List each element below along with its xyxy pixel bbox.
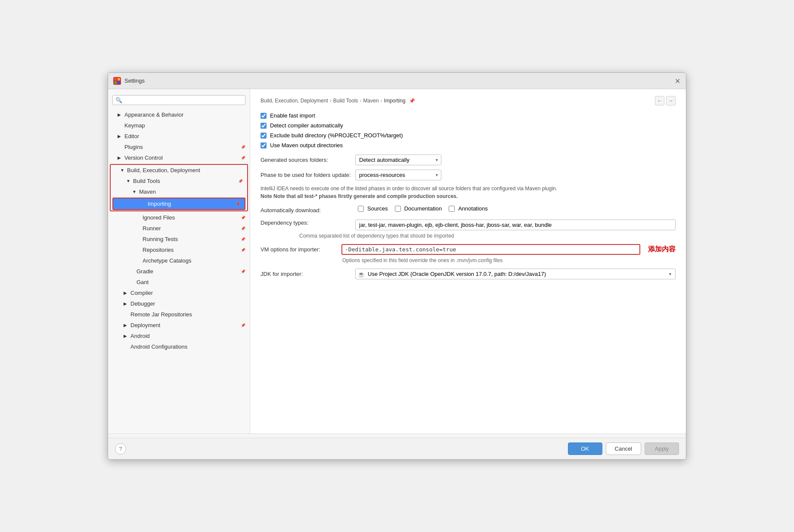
sidebar-item-repositories[interactable]: Repositories 📌 xyxy=(108,244,250,255)
checkbox-fast-import-row: Enable fast import xyxy=(261,112,676,119)
checkbox-fast-import-label: Enable fast import xyxy=(270,112,315,119)
info-text: IntelliJ IDEA needs to execute one of th… xyxy=(261,185,676,200)
phase-select[interactable]: process-resources xyxy=(355,170,441,180)
nav-arrows: ← → xyxy=(655,96,676,105)
dep-types-input[interactable] xyxy=(355,220,676,230)
sidebar-item-editor[interactable]: ▶ Editor xyxy=(108,131,250,142)
sidebar-item-debugger[interactable]: ▶ Debugger xyxy=(108,298,250,309)
dep-types-label: Dependency types: xyxy=(261,220,351,226)
breadcrumb-sep: › xyxy=(360,98,362,104)
search-input[interactable] xyxy=(124,97,242,103)
auto-download-row: Automatically download: Sources Document… xyxy=(261,205,676,215)
sidebar: 🔍 ▶ Appearance & Behavior Keymap ▶ Edito… xyxy=(108,89,250,433)
breadcrumb-part3[interactable]: Maven xyxy=(363,98,379,104)
pin-icon: 📌 xyxy=(241,156,245,160)
sidebar-item-ignored-files[interactable]: Ignored Files 📌 xyxy=(108,212,250,223)
documentation-checkbox[interactable] xyxy=(395,206,401,212)
sidebar-item-android[interactable]: ▶ Android xyxy=(108,331,250,341)
sources-label: Sources xyxy=(367,205,388,212)
expand-arrow-icon: ▶ xyxy=(118,155,123,160)
search-box: 🔍 xyxy=(108,93,250,108)
expand-arrow-icon: ▶ xyxy=(124,291,129,295)
sidebar-item-deployment[interactable]: ▶ Deployment 📌 xyxy=(108,320,250,331)
settings-dialog: Settings ✕ 🔍 ▶ Appearance & Behavior Key… xyxy=(108,72,686,460)
svg-rect-3 xyxy=(118,81,120,84)
vm-options-wrapper: VM options for importer: 添加内容 xyxy=(261,244,676,255)
pin-icon: 📌 xyxy=(238,179,243,183)
sidebar-item-archetype-catalogs[interactable]: Archetype Catalogs xyxy=(108,255,250,266)
dialog-content: 🔍 ▶ Appearance & Behavior Keymap ▶ Edito… xyxy=(108,89,686,433)
sidebar-item-label: Keymap xyxy=(124,122,245,129)
generated-sources-select[interactable]: Detect automatically xyxy=(355,155,441,165)
sidebar-item-maven[interactable]: ▼ Maven xyxy=(111,186,247,197)
sidebar-item-label: Gradle xyxy=(136,268,237,275)
sidebar-item-label: Runner xyxy=(143,225,237,232)
breadcrumb-part2[interactable]: Build Tools xyxy=(333,98,358,104)
checkbox-fast-import[interactable] xyxy=(261,113,267,119)
vm-options-hint: Options specified in this field override… xyxy=(261,257,676,263)
ok-button[interactable]: OK xyxy=(568,442,602,455)
sidebar-item-remote-jar[interactable]: Remote Jar Repositories xyxy=(108,309,250,320)
sidebar-item-running-tests[interactable]: Running Tests 📌 xyxy=(108,234,250,244)
sidebar-item-label: Build Tools xyxy=(133,178,235,184)
scrollbar[interactable] xyxy=(108,433,686,438)
checkbox-detect-compiler[interactable] xyxy=(261,123,267,129)
info-text-content: IntelliJ IDEA needs to execute one of th… xyxy=(261,186,557,192)
checkbox-detect-compiler-row: Detect compiler automatically xyxy=(261,122,676,129)
vm-options-input[interactable] xyxy=(345,246,637,253)
sidebar-item-label: Remote Jar Repositories xyxy=(130,311,245,318)
breadcrumb-sep: › xyxy=(330,98,332,104)
annotations-checkbox[interactable] xyxy=(449,206,455,212)
sidebar-item-compiler[interactable]: ▶ Compiler xyxy=(108,288,250,298)
checkbox-maven-output-label: Use Maven output directories xyxy=(270,142,343,148)
breadcrumb-current: Importing xyxy=(384,98,406,104)
annotations-checkbox-row: Annotations xyxy=(449,205,488,212)
sidebar-item-android-config[interactable]: Android Configurations xyxy=(108,341,250,352)
sources-checkbox[interactable] xyxy=(358,206,364,212)
sidebar-item-gant[interactable]: Gant xyxy=(108,277,250,288)
sidebar-item-version-control[interactable]: ▶ Version Control 📌 xyxy=(108,152,250,163)
checkbox-exclude-build[interactable] xyxy=(261,133,267,139)
sidebar-item-label: Editor xyxy=(124,133,245,139)
sidebar-item-label: Appearance & Behavior xyxy=(124,111,245,118)
sidebar-item-plugins[interactable]: Plugins 📌 xyxy=(108,142,250,152)
info-note: Note Note that all test-* phases firstly… xyxy=(261,193,458,199)
breadcrumb-part1[interactable]: Build, Execution, Deployment xyxy=(261,98,328,104)
phase-select-wrap: process-resources xyxy=(355,170,441,180)
sidebar-item-runner[interactable]: Runner 📌 xyxy=(108,223,250,234)
search-wrap[interactable]: 🔍 xyxy=(112,95,245,105)
main-panel: Build, Execution, Deployment › Build Too… xyxy=(250,89,686,433)
documentation-checkbox-row: Documentation xyxy=(395,205,442,212)
app-icon xyxy=(113,77,121,85)
generated-sources-label: Generated sources folders: xyxy=(261,157,351,163)
sidebar-item-keymap[interactable]: Keymap xyxy=(108,120,250,131)
checkbox-maven-output[interactable] xyxy=(261,142,267,148)
annotations-label: Annotations xyxy=(458,205,488,212)
pin-icon: 📌 xyxy=(241,269,245,274)
sidebar-item-build-tools[interactable]: ▼ Build Tools 📌 xyxy=(111,176,247,186)
sidebar-item-importing[interactable]: Importing 📌 xyxy=(113,198,245,209)
forward-button[interactable]: → xyxy=(666,96,676,105)
cancel-button[interactable]: Cancel xyxy=(606,442,641,455)
svg-rect-0 xyxy=(114,78,117,80)
sources-checkbox-row: Sources xyxy=(358,205,388,212)
pin-icon: 📌 xyxy=(241,216,245,220)
help-button[interactable]: ? xyxy=(115,443,126,455)
jdk-icon: ☕ xyxy=(358,271,365,277)
expand-arrow-icon: ▼ xyxy=(120,168,125,173)
sidebar-item-build-exec-deploy[interactable]: ▼ Build, Execution, Deployment xyxy=(111,165,247,176)
close-button[interactable]: ✕ xyxy=(675,78,681,84)
checkboxes-section: Enable fast import Detect compiler autom… xyxy=(261,112,676,148)
sidebar-item-appearance[interactable]: ▶ Appearance & Behavior xyxy=(108,109,250,120)
jdk-select[interactable]: Use Project JDK (Oracle OpenJDK version … xyxy=(355,269,676,279)
dep-types-hint: Comma separated list of dependency types… xyxy=(261,233,676,239)
apply-button[interactable]: Apply xyxy=(645,442,679,455)
sidebar-item-label: Debugger xyxy=(130,300,245,307)
sidebar-item-gradle[interactable]: Gradle 📌 xyxy=(108,266,250,277)
expand-arrow-icon: ▶ xyxy=(124,334,129,338)
sidebar-item-label: Running Tests xyxy=(143,236,237,242)
jdk-label: JDK for importer: xyxy=(261,271,351,277)
info-note-bold: Note xyxy=(261,193,272,199)
expand-arrow-icon: ▶ xyxy=(118,112,123,117)
back-button[interactable]: ← xyxy=(655,96,664,105)
